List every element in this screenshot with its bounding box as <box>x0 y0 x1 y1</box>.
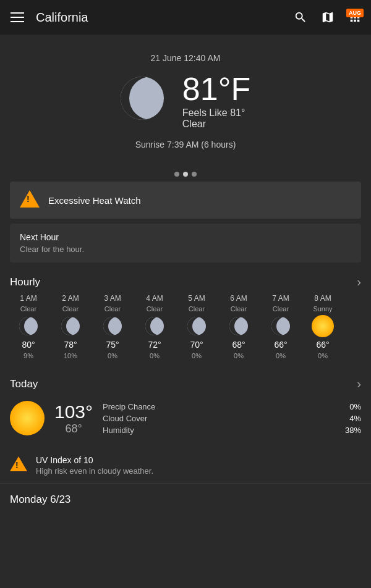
hourly-item: 3 AMClear75°0% <box>94 294 131 359</box>
hero-temp-block: 81°F Feels Like 81° Clear <box>182 73 250 130</box>
hero-condition: Clear <box>182 119 250 130</box>
hourly-time: 7 AM <box>272 294 289 303</box>
today-low-temp: 68° <box>65 422 82 435</box>
hourly-condition: Clear <box>147 305 163 313</box>
hourly-scroll[interactable]: 1 AMClear80°9%2 AMClear78°10%3 AMClear75… <box>0 294 371 367</box>
hourly-temp: 66° <box>316 340 329 350</box>
stat-label: Humidity <box>103 426 134 435</box>
next-hour-description: Clear for the hour. <box>20 245 351 254</box>
hourly-temp: 78° <box>64 340 77 350</box>
hourly-precip: 0% <box>234 352 244 359</box>
hourly-row: 1 AMClear80°9%2 AMClear78°10%3 AMClear75… <box>10 294 361 359</box>
moon-icon <box>17 315 40 337</box>
today-section: 103° 68° Precip Chance0%Cloud Cover4%Hum… <box>0 396 371 448</box>
hourly-precip: 0% <box>150 352 160 359</box>
hourly-time: 6 AM <box>230 294 247 303</box>
stat-row: Precip Chance0% <box>103 402 361 411</box>
dot-1[interactable] <box>174 172 179 177</box>
dot-2[interactable] <box>183 172 188 177</box>
hourly-temp: 80° <box>22 340 35 350</box>
uv-warning-icon <box>10 456 27 474</box>
hourly-precip: 0% <box>318 352 328 359</box>
hourly-precip: 0% <box>276 352 286 359</box>
hourly-condition: Clear <box>20 305 36 313</box>
hourly-item: 8 AMSunny66°0% <box>304 294 341 359</box>
today-temps: 103° 68° <box>54 401 93 435</box>
hourly-precip: 9% <box>23 352 33 359</box>
moon-icon <box>121 77 170 126</box>
today-title: Today <box>10 378 38 390</box>
hero-main: 81°F Feels Like 81° Clear <box>121 73 250 130</box>
sun-icon <box>312 315 334 337</box>
hero-section: 21 June 12:40 AM 81°F Feels Like 81° Cle… <box>0 35 371 162</box>
hourly-arrow-icon[interactable]: › <box>357 275 361 289</box>
monday-label: Monday 6/23 <box>10 494 70 505</box>
today-arrow-icon[interactable]: › <box>357 377 361 391</box>
uv-text: UV Index of 10 High risk even in cloudy … <box>36 455 153 476</box>
aug-badge: AUG <box>346 9 364 17</box>
moon-icon <box>143 315 166 337</box>
hourly-precip: 10% <box>64 352 77 359</box>
hero-sunrise: Sunrise 7:39 AM (6 hours) <box>135 140 236 149</box>
hourly-condition: Clear <box>62 305 79 313</box>
hourly-condition: Clear <box>231 305 247 313</box>
next-hour-panel: Next Hour Clear for the hour. <box>10 224 361 262</box>
hourly-condition: Clear <box>104 305 121 313</box>
alert-text: Excessive Heat Watch <box>48 195 141 206</box>
page-dots <box>0 172 371 177</box>
hourly-condition: Clear <box>273 305 289 313</box>
header-title: California <box>36 10 292 25</box>
hourly-temp: 75° <box>106 340 119 350</box>
hourly-item: 7 AMClear66°0% <box>262 294 299 359</box>
uv-title: UV Index of 10 <box>36 455 153 465</box>
hourly-precip: 0% <box>108 352 117 359</box>
next-hour-title: Next Hour <box>20 232 351 242</box>
hourly-precip: 0% <box>192 352 202 359</box>
stat-value: 4% <box>349 414 361 423</box>
uv-description: High risk even in cloudy weather. <box>36 466 153 476</box>
today-stats: Precip Chance0%Cloud Cover4%Humidity38% <box>103 402 361 435</box>
hourly-temp: 70° <box>190 340 203 350</box>
hourly-time: 3 AM <box>104 294 121 303</box>
hourly-temp: 72° <box>148 340 161 350</box>
uv-alert: UV Index of 10 High risk even in cloudy … <box>0 448 371 483</box>
hourly-time: 8 AM <box>314 294 331 303</box>
stat-label: Cloud Cover <box>103 414 147 423</box>
stat-value: 38% <box>345 426 361 435</box>
hourly-temp: 68° <box>232 340 245 350</box>
menu-icon[interactable] <box>7 7 27 27</box>
hourly-item: 4 AMClear72°0% <box>136 294 173 359</box>
hourly-item: 6 AMClear68°0% <box>220 294 257 359</box>
today-content: 103° 68° Precip Chance0%Cloud Cover4%Hum… <box>10 396 361 440</box>
hourly-item: 2 AMClear78°10% <box>52 294 89 359</box>
stat-row: Cloud Cover4% <box>103 414 361 423</box>
moon-icon <box>59 315 82 337</box>
hourly-condition: Clear <box>189 305 205 313</box>
stat-row: Humidity38% <box>103 426 361 435</box>
grid-icon-wrapper: AUG <box>346 9 364 26</box>
hourly-title: Hourly <box>10 276 40 288</box>
stat-label: Precip Chance <box>103 402 155 411</box>
warning-icon <box>20 190 40 210</box>
alert-banner[interactable]: Excessive Heat Watch <box>10 182 361 219</box>
hourly-item: 5 AMClear70°0% <box>178 294 215 359</box>
dot-3[interactable] <box>192 172 197 177</box>
monday-header: Monday 6/23 <box>0 483 371 511</box>
moon-icon <box>186 315 208 337</box>
moon-icon <box>101 315 124 337</box>
search-icon[interactable] <box>292 9 309 26</box>
hourly-time: 4 AM <box>146 294 163 303</box>
hourly-condition: Sunny <box>313 305 332 313</box>
hero-temperature: 81°F <box>182 73 250 105</box>
today-section-header: Today › <box>0 367 371 396</box>
hero-date: 21 June 12:40 AM <box>151 53 221 63</box>
hourly-time: 1 AM <box>20 294 36 303</box>
moon-icon <box>228 315 250 337</box>
hourly-time: 2 AM <box>62 294 79 303</box>
hourly-section-header: Hourly › <box>0 265 371 294</box>
hourly-item: 1 AMClear80°9% <box>10 294 47 359</box>
map-icon[interactable] <box>319 9 336 26</box>
moon-icon <box>270 315 292 337</box>
hourly-time: 5 AM <box>188 294 205 303</box>
app-header: California AUG <box>0 0 371 35</box>
